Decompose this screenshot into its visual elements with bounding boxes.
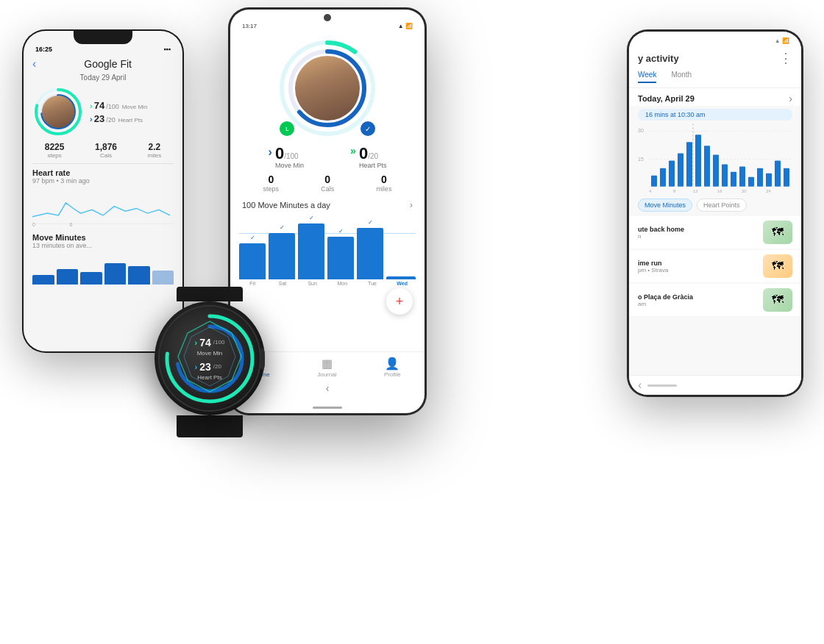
center-section-title: 100 Move Minutes a day — [242, 201, 330, 210]
svg-rect-24 — [669, 161, 675, 187]
miles-value: 2.2 — [148, 142, 162, 152]
right-filter-row: Move Minutes Heart Points — [629, 197, 801, 216]
fab-button[interactable]: + — [386, 288, 413, 315]
watch-strap-bottom — [177, 415, 243, 437]
svg-text:12: 12 — [693, 189, 698, 193]
heart-pts-label: Heart Pts — [118, 117, 143, 124]
heart-pts-denom: /20 — [106, 116, 116, 124]
iphone-signal: ▪▪▪ — [163, 46, 171, 53]
tab-month[interactable]: Month — [671, 71, 692, 83]
smartwatch: › 74 /100 Move Min › 23 /20 Heart Pts — [143, 287, 276, 448]
center-section-header: 100 Move Minutes a day › — [230, 198, 425, 213]
watch-heart-arrow: › — [195, 362, 198, 371]
center-user-avatar — [295, 56, 360, 121]
iphone-rings-section: › 74 /100 Move Min › 23 /20 Heart Pts — [24, 86, 182, 142]
activity-item-2: ime run pm • Strava 🗺 — [629, 250, 801, 282]
chart-label-sat: Sat — [269, 281, 296, 286]
svg-rect-27 — [695, 135, 701, 187]
section-arrow-icon: › — [410, 200, 413, 210]
center-cals: 0 Cals — [321, 173, 334, 193]
chart-bar-tue: ✓ — [357, 228, 383, 279]
svg-text:24: 24 — [766, 189, 771, 193]
steps-stat: 8225 steps — [45, 142, 65, 159]
move-min-value: 74 — [94, 100, 104, 111]
google-fit-badge: L — [280, 121, 294, 136]
right-date: Today, April 29 — [638, 94, 695, 103]
divider-1 — [32, 163, 174, 164]
svg-rect-26 — [686, 142, 692, 187]
activity-meta-3: am — [638, 301, 757, 307]
chart-bar-mon: ✓ — [327, 237, 354, 280]
activity-item-3: o Plaça de Gràcia am 🗺 — [629, 284, 801, 316]
right-date-arrow-icon[interactable]: › — [789, 93, 792, 104]
move-arrow-icon: › — [90, 101, 93, 110]
watch-move-val: 74 — [199, 337, 211, 348]
nav-profile-label: Profile — [384, 371, 401, 378]
iphone-notch — [74, 31, 132, 44]
center-move-min-stat: › 0/100 Move Min — [269, 146, 304, 169]
watch-face: › 74 /100 Move Min › 23 /20 Heart Pts — [162, 311, 258, 407]
iphone-stats: › 74 /100 Move Min › 23 /20 Heart Pts — [90, 100, 147, 124]
watch-heart-stat: › 23 /20 — [195, 361, 225, 373]
svg-rect-30 — [722, 165, 728, 187]
center-move-denom: /100 — [284, 152, 298, 160]
activity-meta-2: pm • Strava — [638, 267, 757, 273]
center-heart-pts-stat: » 0/20 Heart Pts — [350, 146, 386, 169]
svg-rect-25 — [678, 153, 683, 186]
center-heart-arrow: » — [350, 146, 356, 157]
right-back-bar: ‹ — [629, 375, 801, 395]
nav-journal[interactable]: ▦ Journal — [317, 357, 336, 378]
more-menu-icon[interactable]: ⋮ — [779, 50, 792, 66]
back-icon[interactable]: ‹ — [32, 57, 36, 71]
nav-profile[interactable]: 👤 Profile — [384, 357, 401, 378]
right-date-row: Today, April 29 › — [629, 88, 801, 106]
svg-text:16: 16 — [717, 189, 722, 193]
svg-rect-32 — [739, 167, 745, 187]
chart-labels: Fri Sat Sun Mon Tue Wed — [239, 279, 416, 286]
heart-rate-chart: 0 6 — [24, 186, 182, 230]
svg-rect-36 — [775, 161, 781, 187]
miles-label: miles — [148, 152, 162, 159]
right-back-icon[interactable]: ‹ — [638, 379, 642, 392]
activity-map-1: 🗺 — [763, 221, 792, 244]
heart-rate-title: Heart rate — [32, 168, 174, 177]
center-heart-val: 0 — [359, 144, 368, 162]
center-cals-lbl: Cals — [321, 185, 334, 193]
center-miles-lbl: miles — [376, 185, 391, 193]
filter-move-minutes[interactable]: Move Minutes — [638, 198, 692, 212]
svg-text:0: 0 — [32, 222, 35, 227]
right-tabs: Week Month — [629, 71, 801, 88]
center-steps-lbl: steps — [263, 185, 280, 193]
center-miles-val: 0 — [376, 173, 391, 185]
move-min-sub: 13 minutes on ave... — [32, 242, 174, 249]
watch-move-label: Move Min — [195, 350, 225, 357]
tab-week[interactable]: Week — [638, 71, 656, 83]
center-move-val: 0 — [275, 144, 284, 162]
watch-strap-top — [177, 287, 243, 301]
activity-map-3: 🗺 — [763, 288, 792, 312]
center-bottom-stats: 0 steps 0 Cals 0 miles — [230, 173, 425, 198]
watch-move-stat: › 74 /100 — [195, 337, 225, 348]
right-header: y activity ⋮ — [629, 47, 801, 71]
chart-label-sun: Sun — [299, 281, 326, 286]
move-min-label: Move Min — [122, 104, 148, 110]
center-heart-denom: /20 — [368, 152, 378, 160]
activity-list: ute back home n 🗺 ime run pm • Strava 🗺 — [629, 216, 801, 375]
right-status-bar: ▲ 📶 — [629, 32, 801, 47]
heart-pts-value: 23 — [94, 113, 104, 124]
steps-value: 8225 — [45, 142, 65, 152]
watch-heart-label: Heart Pts — [195, 374, 225, 381]
svg-text:4: 4 — [649, 189, 652, 193]
svg-rect-37 — [784, 168, 789, 187]
svg-rect-33 — [748, 177, 754, 187]
map-thumbnail-2: 🗺 — [763, 254, 792, 278]
heart-rate-section: Heart rate 97 bpm • 3 min ago — [24, 168, 182, 186]
watch-move-denom: /100 — [213, 339, 225, 346]
activity-info-2: ime run pm • Strava — [638, 260, 757, 273]
right-status-icons: ▲ 📶 — [775, 37, 789, 44]
svg-rect-31 — [731, 172, 736, 187]
chart-bar-fri: ✓ — [239, 243, 266, 280]
watch-heart-val: 23 — [199, 361, 211, 373]
chart-label-tue: Tue — [359, 281, 386, 286]
filter-heart-points[interactable]: Heart Points — [697, 198, 747, 212]
